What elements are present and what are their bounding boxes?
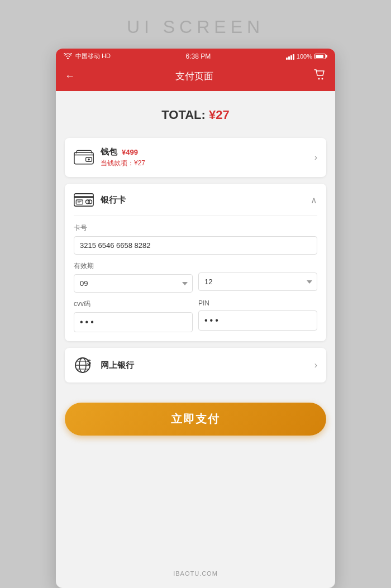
expiry-group: 有效期 09 [74,261,193,293]
bank-card-chevron-icon[interactable]: ∧ [311,195,317,205]
signal-icon [286,53,294,60]
main-content: TOTAL: ¥27 [56,91,335,394]
battery-percent: 100% [297,53,312,60]
bank-card-header[interactable]: 银行卡 ∧ [74,193,317,207]
total-label: TOTAL: ¥27 [161,108,229,122]
pin-label: PIN [198,299,317,307]
svg-point-8 [88,200,92,204]
expiry-year-select[interactable]: 12 [198,273,317,291]
expiry-row: 有效期 09 . 12 [74,261,317,293]
battery-icon [314,54,327,59]
svg-point-1 [322,78,323,80]
online-bank-header: $ 网上银行 › [74,357,317,374]
pin-input[interactable] [198,310,317,331]
wallet-card[interactable]: 钱包 ¥499 当钱款项：¥27 › [65,138,326,177]
online-bank-title: 网上银行 [101,360,134,371]
nav-bar: ← 支付页面 [56,64,335,91]
online-bank-icon: $ [74,357,94,374]
status-right: 100% [286,53,327,60]
online-bank-chevron-icon: › [314,360,317,370]
watermark: IBAOTU.COM [173,570,218,577]
online-bank-card[interactable]: $ 网上银行 › [65,348,326,383]
bank-card-title: 银行卡 [101,195,126,205]
expiry-year-group: . 12 [198,261,317,293]
wallet-current: 当钱款项：¥27 [101,159,145,168]
back-button[interactable]: ← [65,70,75,82]
bank-card-left: 银行卡 [74,193,126,207]
total-section: TOTAL: ¥27 [65,102,326,131]
total-amount: ¥27 [209,108,230,122]
wallet-icon [74,150,94,165]
pin-group: PIN [198,299,317,332]
cvv-label: cvv码 [74,299,193,309]
pay-button[interactable]: 立即支付 [65,403,326,436]
card-number-label: 卡号 [74,223,317,233]
cvv-group: cvv码 [74,299,193,332]
page-wrapper: UI SCREEN 中国移动 HD 6:38 PM [0,0,391,588]
time-display: 6:38 PM [186,52,211,60]
cvv-pin-row: cvv码 PIN [74,299,317,332]
carrier-text: 中国移动 HD [75,52,111,60]
wallet-title: 钱包 [101,147,117,157]
bank-card: 银行卡 ∧ 卡号 有效期 09 [65,184,326,341]
card-number-input[interactable] [74,236,317,255]
cvv-input[interactable] [74,312,193,332]
wallet-card-header: 钱包 ¥499 当钱款项：¥27 › [74,147,317,168]
online-bank-left: $ 网上银行 [74,357,134,374]
page-title: 支付页面 [175,70,213,83]
expiry-label: 有效期 [74,261,193,271]
ui-screen-label: UI SCREEN [127,17,264,37]
svg-point-4 [88,159,90,161]
bank-card-icon [74,193,94,207]
wallet-balance: ¥499 [122,148,138,156]
svg-rect-2 [74,152,93,164]
svg-text:$: $ [87,358,91,366]
phone-frame: 中国移动 HD 6:38 PM 100% [56,49,335,588]
wallet-chevron-icon: › [314,152,317,162]
cart-button[interactable] [314,69,326,83]
wifi-icon [64,53,72,59]
expiry-month-select[interactable]: 09 [74,274,193,293]
wallet-card-left: 钱包 ¥499 当钱款项：¥27 [74,147,145,168]
status-bar: 中国移动 HD 6:38 PM 100% [56,49,335,64]
pay-button-section: 立即支付 [56,394,335,447]
svg-rect-6 [76,200,83,204]
bank-card-body: 卡号 有效期 09 . 12 [74,215,317,332]
svg-point-0 [318,78,320,80]
status-left: 中国移动 HD [64,52,111,60]
